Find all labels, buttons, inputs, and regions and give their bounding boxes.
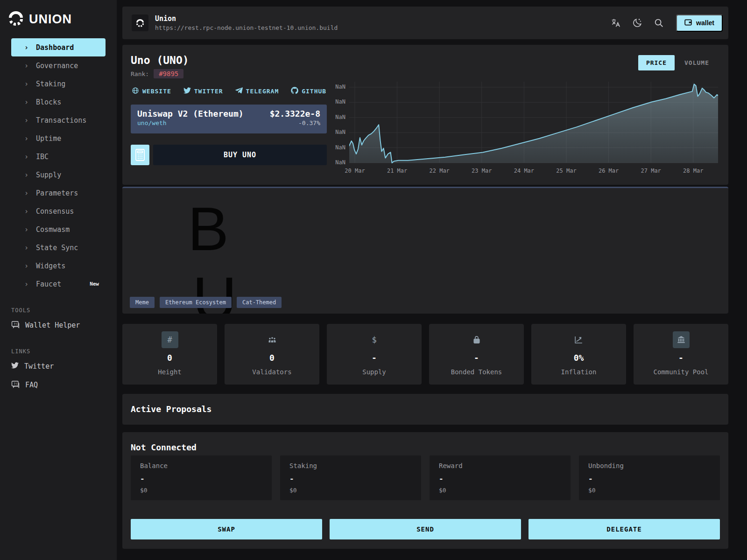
token-link-label: GITHUB [302, 88, 326, 95]
chart-x-tick: 25 Mar [550, 168, 583, 174]
chart-x-tick: 26 Mar [592, 168, 625, 174]
sidebar-item-label: Cosmwasm [36, 225, 70, 234]
token-link-github[interactable]: GITHUB [291, 87, 326, 96]
link-item-label: Twitter [24, 362, 54, 371]
sidebar-item-blocks[interactable]: Blocks [11, 93, 106, 111]
token-link-telegram[interactable]: TELEGRAM [235, 87, 279, 95]
sidebar: UNION DashboardGovernanceStakingBlocksTr… [0, 0, 117, 560]
swap-button[interactable]: SWAP [131, 519, 322, 539]
wallet-button[interactable]: wallet [676, 14, 723, 32]
balance-value: - [140, 474, 262, 483]
token-card: Uno (UNO) Rank: #9895 WEBSITETWITTERTELE… [122, 45, 728, 185]
buy-uno-button[interactable]: BUY UNO [153, 145, 327, 165]
chart-y-tick: NaN [328, 144, 345, 151]
tab-price[interactable]: PRICE [638, 55, 675, 70]
stat-label: Supply [362, 368, 386, 376]
sidebar-item-parameters[interactable]: Parameters [11, 184, 106, 202]
balance-value: - [289, 474, 412, 483]
twitter-icon [183, 87, 191, 95]
stat-value: - [474, 353, 479, 363]
delegate-button[interactable]: DELEGATE [529, 519, 720, 539]
chevron-right-icon [24, 280, 28, 288]
token-link-label: TELEGRAM [246, 88, 279, 95]
globe-icon [132, 87, 139, 96]
stat-label: Validators [252, 368, 291, 376]
market-change: -0.37% [298, 119, 320, 126]
sidebar-item-supply[interactable]: Supply [11, 166, 106, 184]
sidebar-item-label: State Sync [36, 244, 78, 252]
calculator-button[interactable] [131, 145, 149, 165]
token-image-fallback-letter: B [188, 198, 229, 260]
sidebar-menu: DashboardGovernanceStakingBlocksTransact… [0, 38, 117, 293]
chevron-right-icon [24, 244, 28, 252]
chevron-right-icon [24, 43, 28, 52]
sidebar-item-governance[interactable]: Governance [11, 56, 106, 75]
chart-x-tick: 28 Mar [677, 168, 710, 174]
sidebar-item-faucet[interactable]: FaucetNew [11, 275, 106, 293]
chart-x-tick: 24 Mar [507, 168, 540, 174]
stat-value: - [678, 353, 684, 363]
chain-meta: Union https://rest.rpc-node.union-testne… [155, 14, 338, 31]
token-link-website[interactable]: WEBSITE [132, 87, 171, 96]
app-logo[interactable]: UNION [0, 0, 117, 38]
stat-label: Community Pool [653, 368, 708, 376]
language-button[interactable] [611, 18, 621, 28]
chain-logo-icon [132, 14, 148, 31]
price-chart[interactable]: NaNNaNNaNNaNNaNNaN 20 Mar21 Mar22 Mar23 … [328, 82, 724, 177]
github-icon [291, 87, 298, 96]
sidebar-item-widgets[interactable]: Widgets [11, 257, 106, 275]
wallet-icon [684, 19, 692, 27]
tool-item-wallet-helper[interactable]: ?!Wallet Helper [11, 316, 106, 334]
chart-y-tick: NaN [328, 159, 345, 166]
sidebar-item-cosmwasm[interactable]: Cosmwasm [11, 220, 106, 238]
token-link-twitter[interactable]: TWITTER [183, 87, 223, 95]
sidebar-item-uptime[interactable]: Uptime [11, 129, 106, 147]
rank-badge: #9895 [154, 69, 183, 78]
sidebar-item-label: Faucet [36, 280, 61, 288]
tab-volume[interactable]: VOLUME [677, 55, 717, 70]
market-pair-card[interactable]: Uniswap V2 (Ethereum) $2.3322e-8 uno/wet… [131, 105, 327, 133]
sidebar-item-label: Parameters [36, 189, 78, 197]
chevron-right-icon [24, 134, 28, 143]
tools-list: ?!Wallet Helper [0, 316, 117, 334]
chain-title: Union [155, 14, 338, 23]
theme-toggle-button[interactable] [632, 18, 642, 28]
link-item-faq[interactable]: ?!FAQ [11, 376, 106, 394]
sidebar-item-ibc[interactable]: IBC [11, 147, 106, 166]
chevron-right-icon [24, 225, 28, 234]
wallet-actions: SWAPSENDDELEGATE [131, 519, 720, 539]
stat-value: 0% [574, 353, 584, 363]
lock-icon [468, 331, 485, 348]
token-tag-meme: Meme [130, 297, 155, 308]
balance-value: - [439, 474, 561, 483]
sidebar-item-label: Widgets [36, 262, 65, 270]
social-links: WEBSITETWITTERTELEGRAMGITHUB [132, 87, 326, 96]
token-info-card: BU MemeEthereum EcosystemCat-Themed [122, 187, 728, 314]
chart-canvas [349, 82, 718, 165]
send-button[interactable]: SEND [330, 519, 521, 539]
chevron-right-icon [24, 207, 28, 216]
sidebar-item-state-sync[interactable]: State Sync [11, 238, 106, 257]
svg-text:?!: ?! [14, 322, 17, 326]
token-link-label: TWITTER [194, 88, 223, 95]
stat-label: Bonded Tokens [451, 368, 502, 376]
twitter-icon [11, 362, 19, 371]
market-name: Uniswap V2 (Ethereum) [137, 109, 244, 119]
chart-y-tick: NaN [328, 98, 345, 105]
chevron-right-icon [24, 189, 28, 197]
sidebar-item-staking[interactable]: Staking [11, 75, 106, 93]
link-item-twitter[interactable]: Twitter [11, 357, 106, 375]
sidebar-item-dashboard[interactable]: Dashboard [11, 38, 106, 56]
sidebar-item-label: Uptime [36, 134, 61, 143]
chevron-right-icon [24, 98, 28, 106]
sidebar-item-label: IBC [36, 153, 49, 161]
balance-usd: $0 [140, 487, 262, 494]
chevron-right-icon [24, 153, 28, 161]
sidebar-item-transactions[interactable]: Transactions [11, 111, 106, 129]
link-item-label: FAQ [25, 381, 38, 389]
bank-icon [673, 331, 690, 348]
search-button[interactable] [654, 18, 664, 28]
hash-icon: # [162, 331, 178, 348]
sidebar-item-consensus[interactable]: Consensus [11, 202, 106, 220]
stat-value: - [372, 353, 377, 363]
